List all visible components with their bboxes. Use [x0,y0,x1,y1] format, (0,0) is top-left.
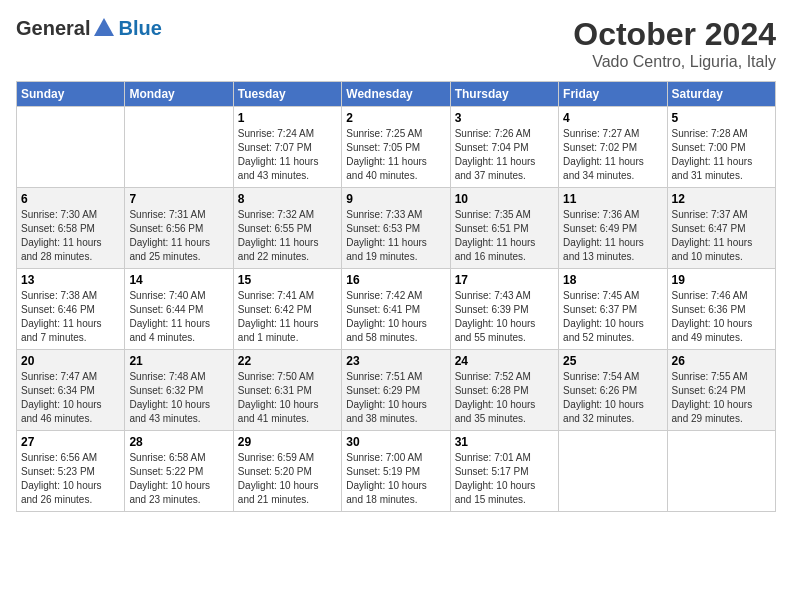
weekday-header-saturday: Saturday [667,82,775,107]
day-info: Sunrise: 7:50 AM Sunset: 6:31 PM Dayligh… [238,370,337,426]
weekday-header-sunday: Sunday [17,82,125,107]
day-info: Sunrise: 7:33 AM Sunset: 6:53 PM Dayligh… [346,208,445,264]
day-info: Sunrise: 7:47 AM Sunset: 6:34 PM Dayligh… [21,370,120,426]
day-number: 7 [129,192,228,206]
day-number: 1 [238,111,337,125]
day-number: 18 [563,273,662,287]
calendar-cell: 13Sunrise: 7:38 AM Sunset: 6:46 PM Dayli… [17,269,125,350]
svg-marker-0 [94,18,114,36]
logo-blue: Blue [118,17,161,40]
day-info: Sunrise: 7:28 AM Sunset: 7:00 PM Dayligh… [672,127,771,183]
calendar-cell: 21Sunrise: 7:48 AM Sunset: 6:32 PM Dayli… [125,350,233,431]
day-info: Sunrise: 7:40 AM Sunset: 6:44 PM Dayligh… [129,289,228,345]
day-number: 21 [129,354,228,368]
calendar-week-2: 6Sunrise: 7:30 AM Sunset: 6:58 PM Daylig… [17,188,776,269]
calendar-table: SundayMondayTuesdayWednesdayThursdayFrid… [16,81,776,512]
calendar-cell: 29Sunrise: 6:59 AM Sunset: 5:20 PM Dayli… [233,431,341,512]
page-header: General Blue October 2024 Vado Centro, L… [16,16,776,71]
weekday-header-friday: Friday [559,82,667,107]
day-number: 24 [455,354,554,368]
calendar-week-3: 13Sunrise: 7:38 AM Sunset: 6:46 PM Dayli… [17,269,776,350]
day-info: Sunrise: 6:58 AM Sunset: 5:22 PM Dayligh… [129,451,228,507]
calendar-cell: 31Sunrise: 7:01 AM Sunset: 5:17 PM Dayli… [450,431,558,512]
day-number: 14 [129,273,228,287]
day-info: Sunrise: 7:26 AM Sunset: 7:04 PM Dayligh… [455,127,554,183]
day-number: 17 [455,273,554,287]
title-block: October 2024 Vado Centro, Liguria, Italy [573,16,776,71]
day-info: Sunrise: 7:36 AM Sunset: 6:49 PM Dayligh… [563,208,662,264]
day-info: Sunrise: 7:41 AM Sunset: 6:42 PM Dayligh… [238,289,337,345]
day-number: 6 [21,192,120,206]
day-number: 28 [129,435,228,449]
calendar-cell: 10Sunrise: 7:35 AM Sunset: 6:51 PM Dayli… [450,188,558,269]
day-number: 15 [238,273,337,287]
calendar-cell: 12Sunrise: 7:37 AM Sunset: 6:47 PM Dayli… [667,188,775,269]
calendar-cell: 26Sunrise: 7:55 AM Sunset: 6:24 PM Dayli… [667,350,775,431]
calendar-cell: 6Sunrise: 7:30 AM Sunset: 6:58 PM Daylig… [17,188,125,269]
day-number: 30 [346,435,445,449]
day-info: Sunrise: 7:54 AM Sunset: 6:26 PM Dayligh… [563,370,662,426]
day-number: 5 [672,111,771,125]
logo-icon [92,16,116,40]
calendar-cell: 17Sunrise: 7:43 AM Sunset: 6:39 PM Dayli… [450,269,558,350]
day-number: 3 [455,111,554,125]
calendar-week-5: 27Sunrise: 6:56 AM Sunset: 5:23 PM Dayli… [17,431,776,512]
calendar-cell: 22Sunrise: 7:50 AM Sunset: 6:31 PM Dayli… [233,350,341,431]
day-number: 8 [238,192,337,206]
calendar-cell: 1Sunrise: 7:24 AM Sunset: 7:07 PM Daylig… [233,107,341,188]
calendar-cell: 19Sunrise: 7:46 AM Sunset: 6:36 PM Dayli… [667,269,775,350]
weekday-header-tuesday: Tuesday [233,82,341,107]
day-info: Sunrise: 7:00 AM Sunset: 5:19 PM Dayligh… [346,451,445,507]
logo-general: General [16,17,90,40]
day-number: 22 [238,354,337,368]
calendar-cell: 20Sunrise: 7:47 AM Sunset: 6:34 PM Dayli… [17,350,125,431]
day-number: 27 [21,435,120,449]
calendar-cell: 23Sunrise: 7:51 AM Sunset: 6:29 PM Dayli… [342,350,450,431]
calendar-cell: 4Sunrise: 7:27 AM Sunset: 7:02 PM Daylig… [559,107,667,188]
day-info: Sunrise: 7:35 AM Sunset: 6:51 PM Dayligh… [455,208,554,264]
logo: General Blue [16,16,162,40]
calendar-cell: 27Sunrise: 6:56 AM Sunset: 5:23 PM Dayli… [17,431,125,512]
calendar-cell [17,107,125,188]
calendar-cell: 9Sunrise: 7:33 AM Sunset: 6:53 PM Daylig… [342,188,450,269]
day-number: 20 [21,354,120,368]
calendar-cell: 25Sunrise: 7:54 AM Sunset: 6:26 PM Dayli… [559,350,667,431]
day-info: Sunrise: 7:43 AM Sunset: 6:39 PM Dayligh… [455,289,554,345]
day-info: Sunrise: 7:01 AM Sunset: 5:17 PM Dayligh… [455,451,554,507]
day-number: 13 [21,273,120,287]
calendar-cell: 30Sunrise: 7:00 AM Sunset: 5:19 PM Dayli… [342,431,450,512]
day-info: Sunrise: 7:38 AM Sunset: 6:46 PM Dayligh… [21,289,120,345]
day-number: 25 [563,354,662,368]
calendar-cell: 24Sunrise: 7:52 AM Sunset: 6:28 PM Dayli… [450,350,558,431]
weekday-header-wednesday: Wednesday [342,82,450,107]
day-info: Sunrise: 7:32 AM Sunset: 6:55 PM Dayligh… [238,208,337,264]
month-title: October 2024 [573,16,776,53]
calendar-cell [125,107,233,188]
location: Vado Centro, Liguria, Italy [573,53,776,71]
calendar-cell: 18Sunrise: 7:45 AM Sunset: 6:37 PM Dayli… [559,269,667,350]
day-info: Sunrise: 7:27 AM Sunset: 7:02 PM Dayligh… [563,127,662,183]
day-info: Sunrise: 6:56 AM Sunset: 5:23 PM Dayligh… [21,451,120,507]
calendar-cell: 3Sunrise: 7:26 AM Sunset: 7:04 PM Daylig… [450,107,558,188]
calendar-cell: 11Sunrise: 7:36 AM Sunset: 6:49 PM Dayli… [559,188,667,269]
day-info: Sunrise: 7:25 AM Sunset: 7:05 PM Dayligh… [346,127,445,183]
day-number: 11 [563,192,662,206]
weekday-header-monday: Monday [125,82,233,107]
day-info: Sunrise: 7:45 AM Sunset: 6:37 PM Dayligh… [563,289,662,345]
day-info: Sunrise: 7:46 AM Sunset: 6:36 PM Dayligh… [672,289,771,345]
day-number: 29 [238,435,337,449]
day-info: Sunrise: 7:31 AM Sunset: 6:56 PM Dayligh… [129,208,228,264]
calendar-cell: 5Sunrise: 7:28 AM Sunset: 7:00 PM Daylig… [667,107,775,188]
day-number: 4 [563,111,662,125]
calendar-cell: 16Sunrise: 7:42 AM Sunset: 6:41 PM Dayli… [342,269,450,350]
day-number: 2 [346,111,445,125]
calendar-cell: 2Sunrise: 7:25 AM Sunset: 7:05 PM Daylig… [342,107,450,188]
calendar-cell: 15Sunrise: 7:41 AM Sunset: 6:42 PM Dayli… [233,269,341,350]
day-number: 16 [346,273,445,287]
day-number: 26 [672,354,771,368]
calendar-cell: 14Sunrise: 7:40 AM Sunset: 6:44 PM Dayli… [125,269,233,350]
calendar-cell [559,431,667,512]
day-number: 19 [672,273,771,287]
day-number: 10 [455,192,554,206]
day-info: Sunrise: 7:48 AM Sunset: 6:32 PM Dayligh… [129,370,228,426]
